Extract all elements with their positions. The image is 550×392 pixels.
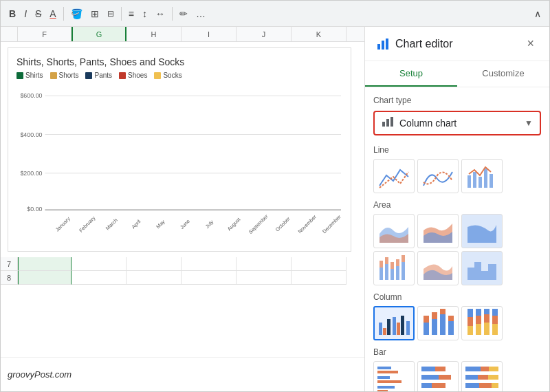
svg-rect-112 [432, 312, 437, 319]
legend-color-shorts [50, 72, 57, 79]
thumb-line-bar-combo[interactable] [461, 159, 503, 193]
italic-button[interactable]: I [21, 7, 30, 21]
merge-button[interactable]: ⊟ [104, 8, 117, 20]
chart-container[interactable]: Shirts, Shorts, Pants, Shoes and Socks S… [8, 47, 351, 252]
section-area-label: Area [373, 200, 541, 210]
tab-customize[interactable]: Customize [457, 61, 549, 87]
cell-J8[interactable] [236, 271, 292, 285]
svg-rect-130 [377, 371, 398, 373]
thumb-area-blue[interactable] [461, 214, 503, 248]
collapse-button[interactable]: ∧ [531, 7, 544, 21]
thumb-column-stacked[interactable] [417, 306, 459, 340]
thumb-bar-stacked[interactable] [417, 361, 459, 391]
svg-rect-128 [492, 309, 498, 316]
svg-text:May: May [155, 219, 166, 230]
thumb-line-basic[interactable] [373, 159, 415, 193]
cell-K7[interactable] [292, 257, 346, 271]
col-header-H[interactable]: H [126, 27, 182, 41]
sheet-row-empty-1: 7 [1, 257, 364, 271]
svg-rect-145 [478, 375, 488, 380]
col-header-G[interactable]: G [72, 27, 126, 41]
svg-rect-97 [390, 262, 394, 269]
svg-rect-148 [479, 383, 492, 388]
svg-rect-113 [440, 314, 446, 335]
legend-label-shorts: Shorts [59, 72, 79, 79]
svg-rect-91 [490, 174, 493, 188]
cell-G8[interactable] [72, 271, 126, 285]
cell-J7[interactable] [236, 257, 292, 271]
editor-tabs: Setup Customize [365, 61, 549, 87]
svg-text:June: June [179, 218, 191, 230]
thumb-area-filled[interactable] [417, 214, 459, 248]
tab-setup[interactable]: Setup [365, 61, 457, 87]
draw-button[interactable]: ✏ [177, 7, 190, 21]
svg-rect-93 [380, 261, 383, 268]
svg-rect-139 [421, 383, 432, 388]
strikethrough-button[interactable]: S [32, 7, 44, 21]
cell-H7[interactable] [126, 257, 182, 271]
section-column: Column [373, 292, 541, 340]
section-area: Area [373, 200, 541, 285]
svg-text:October: October [274, 215, 292, 232]
cell-I8[interactable] [182, 271, 236, 285]
svg-rect-144 [465, 375, 478, 380]
column-thumbnails [373, 306, 541, 340]
thumb-area-smooth-2[interactable] [417, 251, 459, 285]
chart-title: Shirts, Shorts, Pants, Shoes and Socks [16, 56, 342, 67]
cell-I7[interactable] [182, 257, 236, 271]
col-header-I[interactable]: I [182, 27, 236, 41]
svg-rect-147 [465, 383, 479, 388]
svg-text:$200.00: $200.00 [20, 170, 42, 177]
svg-rect-125 [484, 309, 490, 314]
divider-3 [172, 7, 173, 21]
thumb-area-basic[interactable] [373, 214, 415, 248]
cell-H8[interactable] [126, 271, 182, 285]
editor-close-button[interactable]: × [522, 35, 538, 52]
valign-button[interactable]: ↕ [140, 7, 150, 21]
bold-button[interactable]: B [6, 7, 19, 21]
col-header-K[interactable]: K [292, 27, 346, 41]
cell-G7[interactable] [72, 257, 126, 271]
more-button[interactable]: … [193, 7, 208, 21]
cell-F8[interactable] [18, 271, 72, 285]
align-button[interactable]: ≡ [126, 7, 137, 21]
thumb-area-stepped[interactable] [461, 251, 503, 285]
svg-rect-87 [468, 175, 471, 188]
legend-socks: Socks [154, 72, 182, 79]
col-header-F[interactable]: F [18, 27, 72, 41]
section-line-label: Line [373, 145, 541, 155]
svg-rect-120 [476, 324, 481, 335]
area-thumbnails [373, 214, 541, 285]
svg-rect-108 [406, 321, 410, 335]
svg-rect-85 [386, 119, 389, 127]
cell-K8[interactable] [292, 271, 346, 285]
row-num-header [1, 27, 18, 41]
thumb-column-grouped[interactable] [373, 306, 415, 340]
col-header-J[interactable]: J [236, 27, 292, 41]
fill-color-button[interactable]: 🪣 [68, 7, 85, 21]
thumb-bar-grouped[interactable] [373, 361, 415, 391]
section-column-label: Column [373, 292, 541, 302]
svg-text:$0.00: $0.00 [27, 206, 42, 213]
svg-rect-84 [382, 122, 385, 127]
thumb-line-smooth[interactable] [417, 159, 459, 193]
chart-legend: Shirts Shorts Pants Shoes [16, 72, 342, 79]
legend-label-shirts: Shirts [25, 72, 43, 79]
column-headers: F G H I J K [1, 27, 364, 42]
legend-label-shoes: Shoes [128, 72, 147, 79]
svg-text:August: August [226, 217, 242, 232]
svg-rect-129 [377, 367, 391, 369]
svg-rect-99 [396, 259, 399, 266]
borders-button[interactable]: ⊞ [88, 7, 102, 21]
thumb-column-100[interactable] [461, 306, 503, 340]
row-num-1: 7 [1, 257, 18, 271]
chart-type-dropdown[interactable]: Column chart ▼ [373, 111, 541, 135]
svg-text:December: December [321, 213, 342, 235]
svg-rect-86 [390, 117, 393, 127]
svg-rect-92 [380, 268, 383, 280]
font-color-button[interactable]: A [47, 7, 58, 21]
thumb-area-stacked[interactable] [373, 251, 415, 285]
thumb-bar-100[interactable] [461, 361, 503, 391]
wrap-button[interactable]: ↔ [153, 7, 168, 21]
cell-F7[interactable] [18, 257, 72, 271]
